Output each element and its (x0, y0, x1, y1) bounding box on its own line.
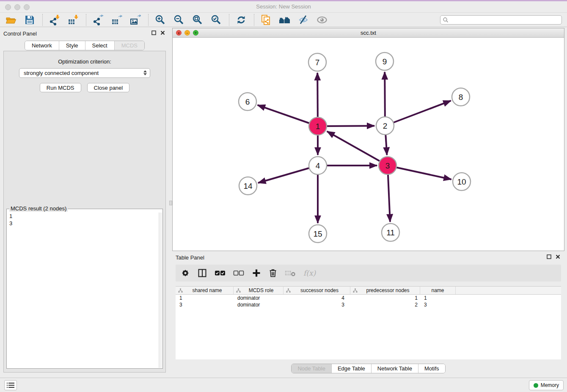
cell-mcds-role[interactable]: dominator (234, 302, 284, 308)
clone-network-button[interactable] (259, 14, 273, 26)
import-table-button[interactable] (66, 14, 80, 26)
node-10[interactable]: 10 (453, 173, 471, 190)
refresh-button[interactable] (234, 14, 248, 26)
table-panel-title: Table Panel (176, 254, 204, 261)
svg-text:7: 7 (315, 58, 320, 67)
network-zoom-button[interactable]: + (193, 30, 198, 36)
tab-network-table[interactable]: Network Table (371, 364, 418, 373)
app-title: Session: New Session (0, 3, 567, 10)
node-9[interactable]: 9 (376, 52, 394, 70)
network-graph[interactable]: 7 9 6 8 1 2 4 3 14 10 15 11 (173, 38, 564, 251)
export-image-button[interactable] (129, 14, 142, 26)
column-header-successor-nodes[interactable]: successor nodes (284, 287, 350, 294)
column-header-shared-name[interactable]: shared name (176, 287, 234, 294)
delete-column-button[interactable] (269, 268, 277, 278)
column-header-predecessor-nodes[interactable]: predecessor nodes (350, 287, 420, 294)
mcds-result-text[interactable]: 1 3 (7, 209, 162, 227)
zoom-out-button[interactable] (172, 14, 186, 26)
hierarchy-icon (178, 288, 183, 293)
selected-option: strongly connected component (24, 70, 99, 76)
show-view-button[interactable] (315, 14, 329, 26)
split-columns-button[interactable] (198, 268, 207, 278)
task-history-button[interactable] (4, 380, 17, 390)
open-session-button[interactable] (4, 14, 18, 26)
cell-name[interactable]: 1 (420, 295, 456, 301)
tab-network[interactable]: Network (25, 41, 59, 50)
export-network-button[interactable] (91, 14, 105, 26)
close-panel-icon[interactable] (160, 30, 165, 35)
table-settings-button[interactable] (181, 268, 190, 278)
result-scrollbar[interactable] (159, 213, 162, 368)
toolbar-divider (148, 14, 149, 26)
network-view-window: x – + scc.txt 7 9 6 8 1 2 4 3 14 10 (172, 28, 564, 251)
edge-3-1[interactable] (327, 131, 388, 166)
node-11[interactable]: 11 (382, 224, 399, 241)
delete-table-button[interactable] (285, 269, 296, 277)
cell-predecessor-nodes[interactable]: 1 (350, 295, 420, 301)
hide-style-button[interactable] (297, 14, 310, 26)
zoom-selected-button[interactable] (209, 14, 223, 26)
memory-button[interactable]: Memory (529, 380, 564, 390)
node-15[interactable]: 15 (309, 225, 327, 243)
list-icon (7, 382, 14, 388)
deselect-all-columns-button[interactable] (233, 270, 244, 276)
node-3[interactable]: 3 (379, 157, 396, 174)
node-2[interactable]: 2 (376, 117, 394, 135)
tab-motifs[interactable]: Motifs (418, 364, 445, 373)
network-close-button[interactable]: x (176, 30, 182, 36)
save-session-button[interactable] (23, 14, 36, 26)
tab-select[interactable]: Select (85, 41, 114, 50)
edge-2-8[interactable] (385, 101, 451, 126)
export-network-icon (93, 14, 104, 25)
cell-predecessor-nodes[interactable]: 2 (350, 302, 420, 308)
node-1[interactable]: 1 (309, 117, 327, 135)
zoom-fit-button[interactable] (191, 14, 204, 26)
vertical-splitter[interactable] (169, 28, 172, 374)
column-header-name[interactable]: name (420, 287, 456, 294)
hierarchy-icon (353, 288, 358, 293)
function-builder-button[interactable]: f(x) (303, 269, 316, 277)
cell-shared-name[interactable]: 1 (176, 295, 234, 301)
tab-node-table[interactable]: Node Table (292, 364, 331, 373)
cell-successor-nodes[interactable]: 3 (284, 302, 350, 308)
node-6[interactable]: 6 (239, 93, 256, 110)
select-all-columns-button[interactable] (215, 270, 226, 276)
column-header-mcds-role[interactable]: MCDS role (234, 287, 284, 294)
cell-shared-name[interactable]: 3 (176, 302, 234, 308)
table-row[interactable]: 3 dominator 3 2 3 (176, 301, 561, 308)
search-field[interactable] (440, 15, 562, 25)
checked-boxes-icon (215, 270, 226, 276)
edge-1-6[interactable] (258, 105, 318, 126)
run-mcds-button[interactable]: Run MCDS (40, 83, 81, 92)
toolbar-divider (86, 14, 86, 26)
network-canvas[interactable]: 7 9 6 8 1 2 4 3 14 10 15 11 (173, 38, 564, 251)
node-4[interactable]: 4 (309, 157, 327, 174)
tab-style[interactable]: Style (59, 41, 85, 50)
close-panel-icon[interactable] (556, 254, 560, 259)
optimization-criterion-select[interactable]: strongly connected component (19, 68, 150, 78)
export-table-button[interactable] (110, 14, 124, 26)
tab-mcds[interactable]: MCDS (114, 41, 144, 50)
search-input[interactable] (449, 16, 561, 24)
table-row[interactable]: 1 dominator 4 1 1 (176, 295, 561, 301)
import-network-icon (49, 14, 60, 25)
float-panel-icon[interactable] (151, 30, 156, 35)
node-7[interactable]: 7 (308, 53, 326, 71)
cell-successor-nodes[interactable]: 4 (284, 295, 350, 301)
tab-edge-table[interactable]: Edge Table (331, 364, 371, 373)
splitter-grip[interactable] (169, 201, 172, 205)
node-8[interactable]: 8 (452, 88, 470, 106)
add-column-button[interactable] (252, 268, 261, 278)
network-minimize-button[interactable]: – (184, 30, 190, 36)
edge-3-10[interactable] (388, 166, 451, 179)
home-button[interactable] (278, 14, 292, 26)
node-table: shared name MCDS role successor nodes pr… (176, 286, 561, 359)
zoom-in-button[interactable] (154, 14, 167, 26)
close-panel-button[interactable]: Close panel (87, 83, 130, 92)
cell-mcds-role[interactable]: dominator (234, 295, 284, 301)
node-14[interactable]: 14 (239, 177, 257, 195)
cell-name[interactable]: 3 (420, 302, 456, 308)
import-table-icon (68, 14, 79, 25)
import-network-button[interactable] (48, 14, 61, 26)
float-panel-icon[interactable] (547, 254, 551, 259)
